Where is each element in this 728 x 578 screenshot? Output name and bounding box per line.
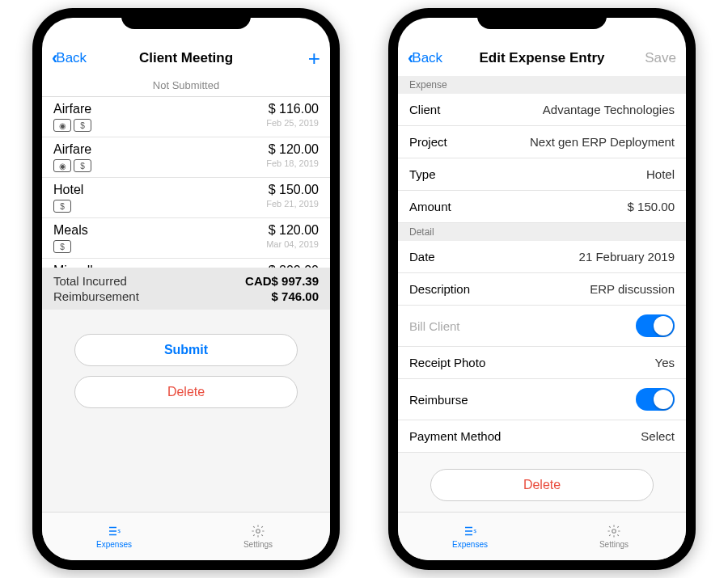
expense-row[interactable]: Hotel$$ 150.00Feb 21, 2019 [42, 178, 330, 218]
expense-date: Mar 04, 2019 [266, 239, 319, 249]
tab-expenses[interactable]: $ Expenses [398, 513, 542, 560]
expense-list: Airfare◉$$ 116.00Feb 25, 2019Airfare◉$$ … [42, 97, 330, 268]
submit-button[interactable]: Submit [74, 334, 298, 366]
back-label: Back [412, 50, 442, 66]
add-button[interactable]: + [294, 46, 320, 71]
description-value: ERP discussion [590, 282, 675, 296]
description-label: Description [409, 282, 470, 296]
expense-name: Airfare [53, 142, 91, 157]
tabbar: $ Expenses Settings [42, 512, 330, 560]
tab-settings[interactable]: Settings [186, 513, 330, 560]
row-description[interactable]: Description ERP discussion [398, 273, 686, 306]
payment-value: Select [641, 429, 675, 443]
row-payment-method[interactable]: Payment Method Select [398, 420, 686, 453]
row-amount[interactable]: Amount $ 150.00 [398, 191, 686, 223]
gear-icon [250, 524, 266, 538]
row-project[interactable]: Project Next gen ERP Deployment [398, 126, 686, 158]
expense-row[interactable]: Airfare◉$$ 116.00Feb 25, 2019 [42, 97, 330, 137]
row-date[interactable]: Date 21 February 2019 [398, 241, 686, 273]
back-button[interactable]: ‹ Back [52, 48, 87, 69]
expense-name: Hotel [53, 183, 83, 197]
svg-point-3 [612, 529, 616, 534]
svg-text:$: $ [118, 529, 121, 534]
navbar: ‹ Back Edit Expense Entry Save [398, 40, 686, 76]
save-button[interactable]: Save [645, 50, 676, 66]
row-client[interactable]: Client Advantage Technologies [398, 94, 686, 126]
project-label: Project [409, 135, 447, 149]
camera-icon: ◉ [53, 159, 71, 172]
delete-area: Delete [398, 453, 686, 512]
expense-amount: $ 120.00 [266, 142, 319, 157]
reimburse-label: Reimburse [409, 393, 468, 407]
client-label: Client [409, 103, 440, 116]
money-icon: $ [74, 159, 91, 172]
expense-badges: $ [53, 200, 83, 213]
tab-expenses[interactable]: $ Expenses [42, 513, 186, 560]
tab-settings[interactable]: Settings [542, 513, 686, 560]
money-icon: $ [74, 119, 91, 132]
expense-name: Meals [53, 223, 88, 238]
phone-right: ‹ Back Edit Expense Entry Save Expense C… [388, 8, 696, 570]
camera-icon: ◉ [53, 119, 71, 132]
list-icon: $ [106, 524, 122, 538]
expense-date: Feb 25, 2019 [266, 118, 319, 128]
money-icon: $ [53, 200, 71, 213]
tab-expenses-label: Expenses [452, 540, 488, 549]
row-receipt-photo[interactable]: Receipt Photo Yes [398, 347, 686, 379]
expense-amount: $ 150.00 [266, 183, 319, 197]
notch [477, 8, 607, 29]
status-label: Not Submitted [42, 76, 330, 97]
expense-badges: $ [53, 240, 88, 253]
row-type[interactable]: Type Hotel [398, 158, 686, 191]
expense-date: Feb 21, 2019 [266, 199, 319, 209]
project-value: Next gen ERP Deployment [530, 135, 675, 149]
total-incurred-label: Total Incurred [53, 274, 127, 288]
totals-panel: Total Incurred CAD$ 997.39 Reimbursement… [42, 268, 330, 310]
reimbursement-label: Reimbursement [53, 289, 139, 303]
type-label: Type [409, 167, 436, 181]
amount-label: Amount [409, 200, 451, 213]
amount-value: $ 150.00 [628, 200, 675, 213]
date-label: Date [409, 250, 435, 264]
svg-point-1 [256, 529, 260, 534]
expense-amount: $ 116.00 [266, 102, 319, 116]
gear-icon [606, 524, 622, 538]
expense-name: Airfare [53, 102, 91, 116]
tabbar: $ Expenses Settings [398, 512, 686, 560]
back-label: Back [56, 50, 87, 66]
reimbursement-value: $ 746.00 [272, 289, 319, 303]
total-incurred-value: CAD$ 997.39 [245, 274, 319, 288]
type-value: Hotel [646, 167, 675, 181]
tab-settings-label: Settings [599, 540, 629, 549]
navbar: ‹ Back Client Meeting + [42, 40, 330, 76]
bill-client-toggle[interactable] [636, 314, 675, 337]
row-bill-client: Bill Client [398, 306, 686, 347]
money-icon: $ [53, 240, 71, 253]
receipt-value: Yes [655, 356, 675, 369]
tab-expenses-label: Expenses [96, 540, 132, 549]
svg-text:$: $ [474, 529, 477, 534]
notch [121, 8, 251, 29]
section-expense: Expense [398, 76, 686, 94]
bill-client-label: Bill Client [409, 319, 460, 333]
expense-badges: ◉$ [53, 119, 91, 132]
client-value: Advantage Technologies [543, 103, 675, 116]
screen-right: ‹ Back Edit Expense Entry Save Expense C… [398, 18, 686, 560]
expense-row[interactable]: Miscellaneous◉$$ 200.00Feb 22, 2019 [42, 259, 330, 268]
tab-settings-label: Settings [243, 540, 273, 549]
row-reimburse: Reimburse [398, 379, 686, 420]
phone-left: ‹ Back Client Meeting + Not Submitted Ai… [32, 8, 340, 570]
expense-amount: $ 120.00 [266, 223, 319, 238]
date-value: 21 February 2019 [579, 250, 675, 264]
screen-left: ‹ Back Client Meeting + Not Submitted Ai… [42, 18, 330, 560]
list-icon: $ [462, 524, 478, 538]
expense-row[interactable]: Meals$$ 120.00Mar 04, 2019 [42, 218, 330, 259]
delete-button[interactable]: Delete [74, 376, 298, 408]
expense-row[interactable]: Airfare◉$$ 120.00Feb 18, 2019 [42, 137, 330, 178]
reimburse-toggle[interactable] [636, 388, 675, 411]
action-buttons: Submit Delete [42, 310, 330, 513]
expense-badges: ◉$ [53, 159, 91, 172]
delete-button[interactable]: Delete [430, 469, 654, 501]
back-button[interactable]: ‹ Back [408, 48, 442, 69]
expense-date: Feb 18, 2019 [266, 158, 319, 168]
